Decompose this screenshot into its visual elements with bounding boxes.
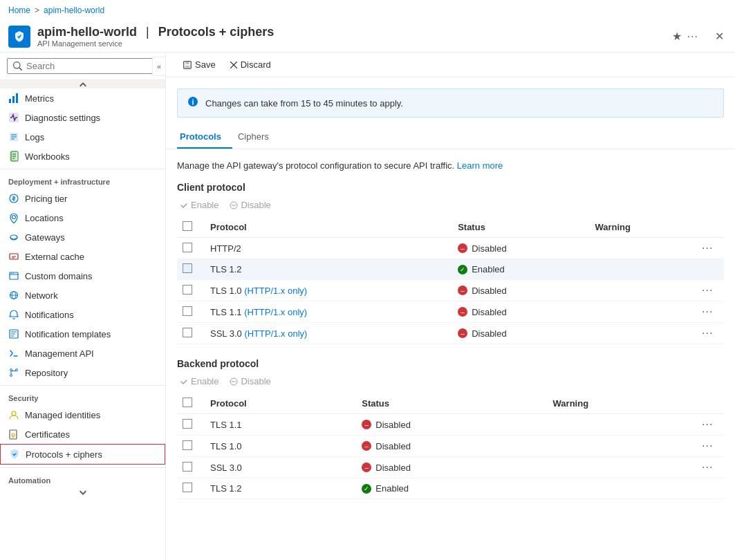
- client-protocol-table: Protocol Status Warning HTTP/2: [177, 217, 724, 344]
- backend-col-warning: Warning: [548, 393, 696, 414]
- row-more-button[interactable]: ···: [702, 242, 713, 254]
- sidebar-item-notifications[interactable]: Notifications: [0, 305, 165, 324]
- sidebar-item-logs[interactable]: Logs: [0, 127, 165, 147]
- disabled-icon: –: [458, 328, 467, 338]
- protocols-ciphers-icon: [9, 449, 20, 460]
- sidebar-item-diagnostic[interactable]: Diagnostic settings: [0, 108, 165, 127]
- backend-col-checkbox: [177, 393, 205, 414]
- enabled-icon: ✓: [362, 484, 371, 494]
- managed-identities-label: Managed identities: [25, 410, 100, 420]
- backend-col-protocol: Protocol: [205, 393, 356, 414]
- certificates-icon: [8, 429, 19, 440]
- breadcrumb: Home > apim-hello-world: [0, 0, 735, 21]
- backend-disable-button[interactable]: Disable: [227, 375, 273, 388]
- minus-circle-icon: [230, 377, 238, 386]
- save-button[interactable]: Save: [177, 57, 221, 73]
- warning-cell: [589, 280, 696, 301]
- status-cell: ✓ Enabled: [452, 259, 589, 280]
- backend-protocol-section: Backend protocol Enable Disable: [177, 358, 724, 499]
- row-more-button[interactable]: ···: [702, 440, 713, 451]
- minus-circle-icon: [230, 201, 238, 209]
- management-api-icon: [8, 348, 19, 359]
- client-protocol-title: Client protocol: [177, 182, 724, 193]
- backend-enable-button[interactable]: Enable: [177, 375, 221, 388]
- table-row: HTTP/2 – Disabled ···: [177, 238, 724, 259]
- status-cell: – Disabled: [452, 301, 589, 323]
- save-icon: [183, 60, 192, 70]
- info-icon: [187, 96, 198, 110]
- pricing-tier-label: Pricing tier: [25, 194, 67, 204]
- toolbar: Save Discard: [166, 53, 735, 77]
- notification-templates-label: Notification templates: [25, 329, 111, 339]
- warning-cell: [589, 323, 696, 344]
- warning-cell: [589, 301, 696, 323]
- sidebar-item-network[interactable]: Network: [0, 286, 165, 305]
- more-icon[interactable]: ···: [687, 30, 698, 43]
- breadcrumb-current[interactable]: apim-hello-world: [44, 6, 104, 15]
- enabled-icon: ✓: [458, 265, 467, 274]
- row-checkbox[interactable]: [183, 263, 192, 273]
- warning-cell: [589, 238, 696, 259]
- svg-point-17: [10, 375, 12, 377]
- sidebar-item-management-api[interactable]: Management API: [0, 344, 165, 363]
- row-more-button[interactable]: ···: [702, 327, 713, 339]
- gateways-icon: [8, 232, 19, 243]
- sidebar-item-custom-domains[interactable]: Custom domains: [0, 266, 165, 286]
- status-cell: ✓ Enabled: [356, 478, 547, 499]
- sidebar-item-workbooks[interactable]: Workbooks: [0, 147, 165, 166]
- gateways-label: Gateways: [25, 232, 65, 243]
- search-box[interactable]: [7, 58, 158, 74]
- row-more-button[interactable]: ···: [702, 418, 713, 430]
- learn-more-link[interactable]: Learn more: [457, 160, 503, 171]
- row-more-button[interactable]: ···: [702, 306, 713, 317]
- row-checkbox[interactable]: [183, 285, 192, 295]
- content-area: Changes can take from 15 to 45 minutes t…: [166, 77, 735, 560]
- search-icon: [13, 62, 22, 71]
- warning-cell: [548, 436, 696, 457]
- sidebar-item-notification-templates[interactable]: Notification templates: [0, 324, 165, 344]
- client-disable-button[interactable]: Disable: [227, 198, 273, 212]
- sidebar-item-gateways[interactable]: Gateways: [0, 227, 165, 247]
- row-checkbox[interactable]: [183, 243, 192, 252]
- table-row: TLS 1.1 – Disabled ···: [177, 414, 724, 436]
- row-checkbox[interactable]: [183, 462, 192, 472]
- breadcrumb-home[interactable]: Home: [8, 6, 30, 15]
- row-checkbox[interactable]: [183, 419, 192, 429]
- sidebar-item-managed-identities[interactable]: Managed identities: [0, 405, 165, 424]
- row-checkbox[interactable]: [183, 483, 192, 492]
- client-protocol-actions: Enable Disable: [177, 198, 724, 212]
- sidebar-item-external-cache[interactable]: External cache: [0, 247, 165, 266]
- table-row: SSL 3.0 (HTTP/1.x only) – Disabled ···: [177, 323, 724, 344]
- search-input[interactable]: [26, 61, 152, 71]
- svg-point-21: [12, 433, 15, 436]
- row-more-button[interactable]: ···: [702, 461, 713, 473]
- sidebar-item-protocols-ciphers[interactable]: Protocols + ciphers: [0, 444, 165, 465]
- table-row: TLS 1.2 ✓ Enabled: [177, 478, 724, 499]
- sidebar-item-metrics[interactable]: Metrics: [0, 88, 165, 108]
- sidebar-item-certificates[interactable]: Certificates: [0, 424, 165, 444]
- logs-icon: [8, 131, 19, 142]
- network-icon: [8, 290, 19, 301]
- row-checkbox[interactable]: [183, 306, 192, 316]
- row-more-button[interactable]: ···: [702, 284, 713, 296]
- select-all-checkbox[interactable]: [183, 221, 192, 231]
- tab-ciphers[interactable]: Ciphers: [235, 126, 280, 149]
- backend-select-all[interactable]: [183, 398, 192, 407]
- collapse-btn[interactable]: «: [152, 57, 166, 76]
- row-checkbox[interactable]: [183, 440, 192, 450]
- favorite-icon[interactable]: ★: [672, 30, 682, 43]
- sidebar-item-repository[interactable]: Repository: [0, 363, 165, 382]
- client-enable-button[interactable]: Enable: [177, 198, 221, 212]
- client-col-status: Status: [452, 217, 589, 238]
- info-banner: Changes can take from 15 to 45 minutes t…: [177, 88, 724, 118]
- sidebar-item-pricing-tier[interactable]: Pricing tier: [0, 189, 165, 208]
- automation-section-header: Automation: [0, 471, 165, 487]
- row-checkbox[interactable]: [183, 328, 192, 337]
- service-icon: [8, 26, 30, 48]
- discard-button[interactable]: Discard: [224, 57, 277, 73]
- svg-rect-0: [9, 99, 11, 103]
- protocol-cell: TLS 1.0: [205, 436, 356, 457]
- tab-protocols[interactable]: Protocols: [177, 126, 232, 149]
- close-icon[interactable]: ✕: [715, 30, 724, 43]
- sidebar-item-locations[interactable]: Locations: [0, 208, 165, 227]
